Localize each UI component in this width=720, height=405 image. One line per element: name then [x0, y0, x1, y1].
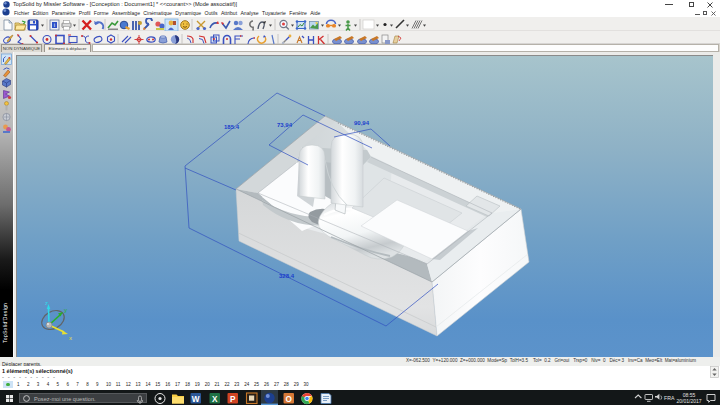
svg-text:90,94: 90,94 [354, 120, 370, 126]
svg-text:P: P [230, 395, 236, 404]
svg-text:i: i [54, 22, 55, 28]
svg-text:185.4: 185.4 [224, 124, 240, 130]
svg-text:FRA: FRA [664, 395, 675, 401]
svg-text:W: W [192, 395, 200, 404]
svg-text:328.4: 328.4 [279, 273, 295, 279]
svg-text:08:55: 08:55 [683, 392, 696, 398]
svg-text:z: z [45, 300, 48, 306]
svg-text:y: y [64, 307, 67, 313]
svg-text:x: x [69, 335, 72, 341]
svg-text:X: X [212, 395, 218, 404]
svg-text:20/01/2017: 20/01/2017 [676, 398, 701, 404]
svg-text:73,94: 73,94 [277, 122, 293, 128]
svg-text:O: O [286, 395, 293, 404]
